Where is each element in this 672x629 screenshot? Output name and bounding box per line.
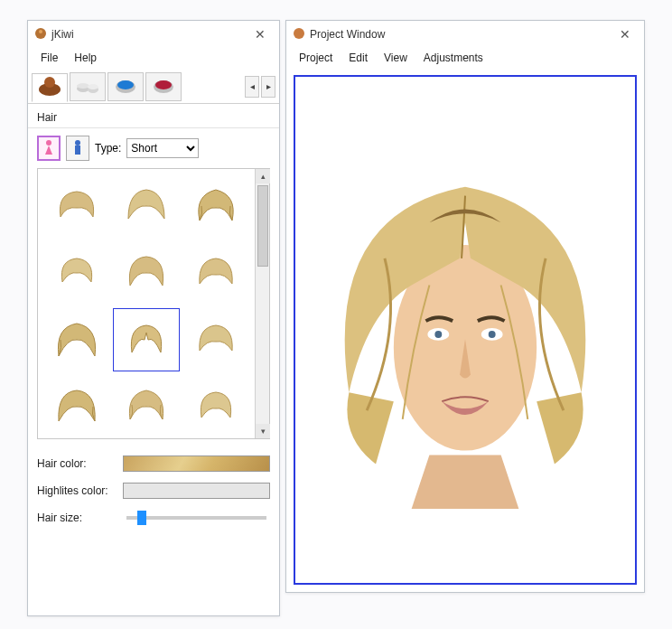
hair-thumb[interactable] [113, 174, 179, 238]
jkiwi-app-icon [33, 26, 48, 43]
gender-type-row: Type: Short [28, 128, 279, 168]
hair-thumb[interactable] [113, 241, 179, 305]
chevron-down-icon: ▾ [261, 427, 266, 436]
svg-point-13 [75, 140, 80, 146]
project-close-button[interactable]: ✕ [611, 25, 639, 43]
svg-point-7 [88, 84, 98, 89]
gallery-scrollbar[interactable]: ▴ ▾ [255, 169, 269, 438]
hair-thumb-selected[interactable] [113, 308, 179, 371]
svg-point-11 [155, 80, 172, 89]
hair-thumb[interactable] [43, 241, 109, 305]
section-label-hair: Hair [28, 104, 279, 128]
jkiwi-window: jKiwi ✕ File Help ◂ [27, 20, 280, 616]
male-icon [71, 138, 84, 159]
jkiwi-menubar: File Help [28, 48, 279, 70]
gender-female-button[interactable] [37, 136, 61, 161]
menu-edit[interactable]: Edit [341, 50, 375, 66]
scrollbar-thumb[interactable] [257, 185, 268, 267]
model-preview-icon [295, 77, 635, 583]
project-canvas[interactable] [294, 75, 637, 585]
tabs-scroll-prev[interactable]: ◂ [245, 76, 259, 98]
svg-point-1 [39, 30, 42, 33]
close-icon: ✕ [255, 27, 266, 42]
svg-point-15 [294, 28, 304, 39]
hair-thumb[interactable] [183, 308, 249, 371]
hair-thumb[interactable] [183, 174, 249, 238]
tab-accessories[interactable] [70, 72, 106, 101]
svg-point-3 [44, 77, 55, 88]
female-icon [42, 138, 55, 159]
hair-gallery-grid [38, 169, 255, 438]
hair-size-label: Hair size: [37, 512, 123, 524]
highlites-color-label: Highlites color: [37, 484, 123, 497]
chevron-right-icon: ▸ [266, 81, 271, 91]
menu-view[interactable]: View [377, 50, 415, 66]
project-title: Project Window [310, 28, 611, 41]
close-icon: ✕ [620, 27, 630, 42]
hair-color-label: Hair color: [37, 457, 123, 470]
jkiwi-titlebar: jKiwi ✕ [28, 21, 279, 48]
hair-thumb[interactable] [183, 241, 249, 305]
project-menubar: Project Edit View Adjustments [286, 48, 644, 70]
jkiwi-title: jKiwi [51, 28, 247, 41]
svg-point-19 [434, 331, 442, 338]
hair-bun-icon [36, 75, 63, 100]
hair-gallery: ▴ ▾ [37, 168, 270, 439]
svg-point-5 [77, 83, 89, 89]
project-titlebar: Project Window ✕ [286, 21, 644, 48]
chevron-left-icon: ◂ [250, 81, 255, 91]
type-label: Type: [95, 142, 121, 155]
chevron-up-icon: ▴ [261, 172, 266, 181]
compact-blue-icon [112, 74, 139, 99]
hair-size-slider[interactable] [126, 516, 266, 520]
hair-thumb[interactable] [113, 375, 179, 438]
tab-makeup-blue[interactable] [107, 72, 144, 101]
hair-color-swatch[interactable] [123, 455, 270, 472]
jars-icon [74, 74, 101, 99]
hair-thumb[interactable] [183, 375, 249, 438]
scroll-down-button[interactable]: ▾ [256, 424, 270, 438]
menu-help[interactable]: Help [67, 50, 104, 66]
tabs-scroll-next[interactable]: ▸ [261, 76, 275, 98]
menu-file[interactable]: File [33, 50, 65, 66]
gender-male-button[interactable] [66, 136, 89, 161]
svg-rect-14 [75, 146, 80, 155]
hair-size-slider-thumb[interactable] [137, 511, 146, 525]
tab-hair[interactable] [32, 73, 68, 102]
scroll-up-button[interactable]: ▴ [256, 169, 270, 183]
jkiwi-close-button[interactable]: ✕ [247, 25, 274, 43]
menu-adjustments[interactable]: Adjustments [416, 50, 490, 66]
highlites-color-swatch[interactable] [123, 483, 270, 499]
svg-point-12 [46, 140, 51, 146]
hair-thumb[interactable] [43, 174, 109, 238]
menu-project[interactable]: Project [292, 50, 340, 66]
hair-controls: Hair color: Highlites color: Hair size: [28, 450, 279, 531]
svg-point-9 [117, 80, 134, 89]
project-window: Project Window ✕ Project Edit View Adjus… [285, 20, 645, 593]
tab-makeup-red[interactable] [145, 72, 182, 101]
project-app-icon [292, 26, 306, 43]
category-tabstrip: ◂ ▸ [28, 70, 279, 104]
hair-thumb[interactable] [43, 375, 109, 438]
svg-point-20 [489, 331, 496, 338]
compact-red-icon [150, 74, 177, 99]
hair-type-select[interactable]: Short [126, 138, 199, 158]
hair-thumb[interactable] [43, 308, 109, 371]
